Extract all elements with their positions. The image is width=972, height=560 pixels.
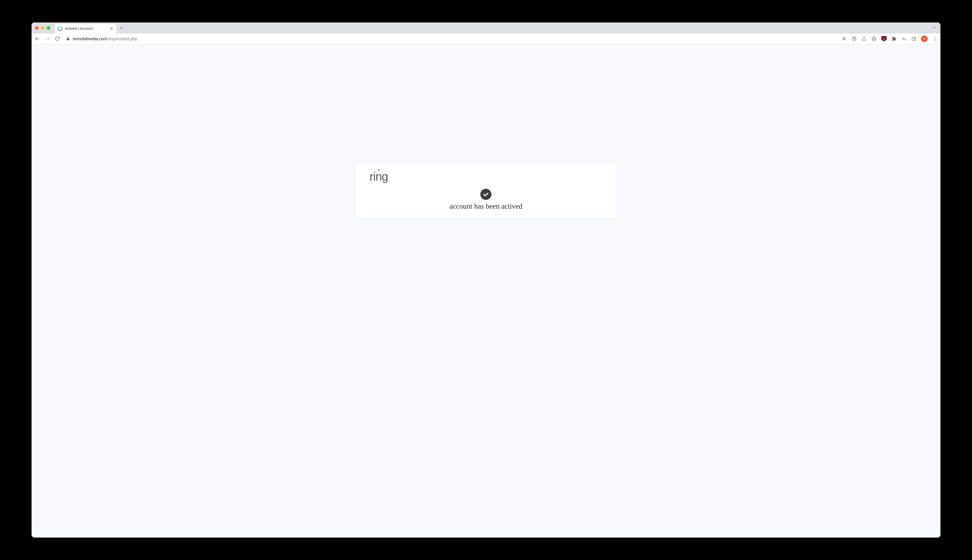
lock-icon xyxy=(66,37,70,40)
tab-title: Actived | Account xyxy=(65,27,107,31)
share-icon[interactable] xyxy=(862,36,867,42)
side-panel-icon[interactable] xyxy=(911,36,917,42)
svg-point-14 xyxy=(935,37,935,38)
profile-avatar[interactable]: N xyxy=(921,36,928,42)
avatar-initial: N xyxy=(923,37,926,41)
toolbar-right: N xyxy=(842,36,937,42)
tab-strip: Actived | Account ✕ + xyxy=(32,22,940,33)
bookmark-star-icon[interactable] xyxy=(872,36,877,42)
close-window-button[interactable] xyxy=(35,26,38,30)
svg-point-16 xyxy=(935,40,935,40)
url-text: immobilmedia.com/ring/Actived.php xyxy=(73,37,137,41)
check-icon-wrap xyxy=(363,189,609,200)
svg-rect-12 xyxy=(912,37,916,40)
forward-button[interactable] xyxy=(44,36,50,42)
maximize-window-button[interactable] xyxy=(47,26,50,30)
svg-marker-8 xyxy=(872,37,876,40)
location-icon[interactable] xyxy=(852,36,857,42)
svg-point-6 xyxy=(854,38,855,39)
svg-point-15 xyxy=(935,38,935,39)
loading-spinner-icon xyxy=(58,26,62,31)
back-button[interactable] xyxy=(35,36,40,42)
svg-text:ring: ring xyxy=(370,170,388,183)
reading-list-icon[interactable] xyxy=(901,36,907,42)
minimize-window-button[interactable] xyxy=(41,26,44,30)
page-content: ring account has been actived xyxy=(32,44,940,538)
ublock-extension-icon[interactable] xyxy=(882,36,887,42)
reload-button[interactable] xyxy=(54,36,60,42)
browser-window: Actived | Account ✕ + immobilmedia.com/r… xyxy=(32,22,940,538)
window-controls xyxy=(35,26,50,30)
svg-line-3 xyxy=(845,39,846,40)
tabs-dropdown-button[interactable] xyxy=(932,25,936,31)
close-tab-button[interactable]: ✕ xyxy=(110,27,113,31)
activation-card: ring account has been actived xyxy=(354,162,617,219)
checkmark-icon xyxy=(480,189,492,200)
menu-button[interactable] xyxy=(932,36,937,42)
status-message: account has been actived xyxy=(363,202,609,210)
address-bar[interactable]: immobilmedia.com/ring/Actived.php xyxy=(64,37,838,41)
url-path: /ring/Actived.php xyxy=(107,37,137,41)
extensions-icon[interactable] xyxy=(892,36,897,42)
browser-tab[interactable]: Actived | Account ✕ xyxy=(55,24,116,33)
ring-logo: ring xyxy=(370,169,609,183)
toolbar: immobilmedia.com/ring/Actived.php xyxy=(32,33,940,44)
new-tab-button[interactable]: + xyxy=(120,25,123,31)
zoom-icon[interactable] xyxy=(842,36,847,42)
url-domain: immobilmedia.com xyxy=(73,37,107,41)
